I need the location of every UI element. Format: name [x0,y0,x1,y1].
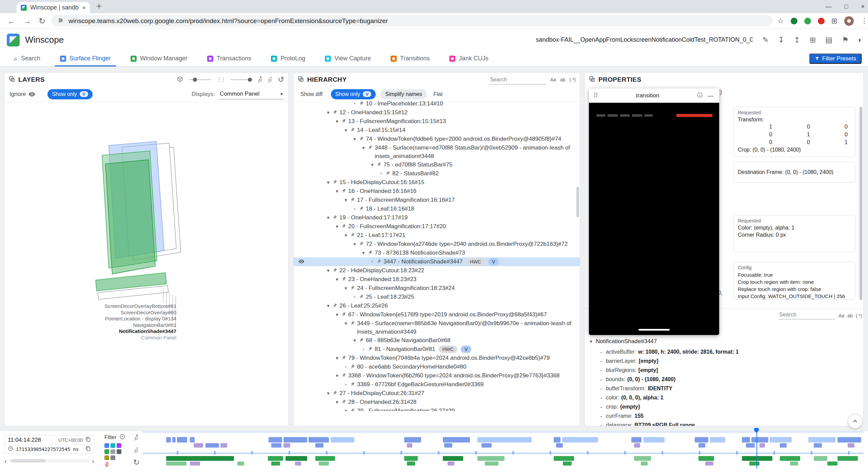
tree-row[interactable]: ▾14 - Leaf:15:15#14 [294,126,580,135]
timeline-segment[interactable] [481,443,492,448]
rotation-slider[interactable] [189,79,211,80]
window-maximize-button[interactable]: □ [845,3,848,10]
timeline-segment[interactable] [848,443,854,448]
pin-icon[interactable] [358,135,365,142]
tree-row[interactable]: ▾20 - FullscreenMagnification:17:17#20 [294,222,580,231]
property-row[interactable]: •currFrame:155 [600,412,861,421]
pin-icon[interactable] [358,293,365,300]
expand-arrow-icon[interactable]: ▾ [334,398,340,406]
tree-row[interactable]: ▾17 - FullscreenMagnification:16:16#17 [294,196,580,204]
pin-icon[interactable] [331,302,338,309]
expand-arrow-icon[interactable]: ▾ [325,301,332,310]
pin-icon[interactable] [358,337,365,344]
trace-type-icon[interactable] [104,455,109,460]
shortcuts-icon[interactable]: ⊞ [810,36,816,44]
tree-row[interactable]: ▾3449 - Surface(name=885b63e NavigationB… [294,319,580,336]
timeline-segment[interactable] [237,461,244,466]
displays-dropdown[interactable]: Common Panel ▾ [219,89,283,99]
timeline-segment[interactable] [205,443,219,448]
tree-row[interactable]: ▾29 - FullscreenMagnification:26:27#29 [294,407,580,411]
timeline-segment[interactable] [404,456,418,461]
timeline-segment[interactable] [770,437,792,442]
extension-icon-2[interactable] [804,18,811,24]
properties-scrollbar[interactable] [860,107,862,300]
timeline-segment[interactable] [746,443,755,448]
timeline-segment[interactable] [319,461,329,466]
documentation-icon[interactable]: ▤ [825,36,832,44]
expand-arrow-icon[interactable]: ▾ [325,389,332,397]
tab-close-icon[interactable]: × [82,4,86,12]
layer-label[interactable]: PointerLocation - display 0#134 [5,316,176,322]
tree-row[interactable]: ▾24 - FullscreenMagnification:18:23#24 [294,284,580,293]
timeline-segment[interactable] [331,437,354,442]
pin-icon[interactable] [331,214,338,221]
window-minimize-button[interactable]: — [826,3,832,10]
timeline-segment[interactable] [814,456,827,461]
pin-icon[interactable] [349,232,356,239]
edit-pencil-icon[interactable]: ✎ [762,36,768,44]
timeline-segment[interactable] [177,437,187,442]
info-icon[interactable] [697,92,703,99]
extension-icon-3[interactable] [818,18,825,24]
timeline-segment[interactable] [710,437,725,442]
property-row[interactable]: •barrierLayer:[empty] [600,357,861,366]
tree-row[interactable]: ▾15 - HideDisplayCutout:16:16#15 [294,178,580,187]
site-settings-icon[interactable] [58,17,64,25]
timeline-segment[interactable] [190,461,200,466]
tab-surface-flinger[interactable]: Surface Flinger [60,51,111,66]
back-icon[interactable]: ← [7,16,16,26]
timeline-segment[interactable] [780,443,787,448]
timeline-segment[interactable] [448,461,454,466]
timeline-segment[interactable] [808,437,835,442]
tree-row[interactable]: ▾3448 - Surface(name=ed70f88 StatusBar)/… [294,143,580,160]
layer-label[interactable]: Common Panel [5,335,176,341]
visibility-eye-icon[interactable] [298,258,304,267]
timeline-segment[interactable] [407,461,415,466]
timeline-segment[interactable] [269,437,282,442]
timeline-segment[interactable] [742,437,750,442]
timeline-segment[interactable] [477,456,505,461]
pin-icon[interactable] [349,320,356,327]
tab-jank-cujs[interactable]: Jank CUJs [449,51,488,66]
copy-icon[interactable] [85,446,91,453]
tab-window-manager[interactable]: Window Manager [131,51,188,66]
browser-tab[interactable]: Winscope | sandbox-FAI... × [17,2,90,13]
expand-arrow-icon[interactable]: ▾ [342,407,349,411]
expand-arrow-icon[interactable]: ▾ [351,240,358,248]
whole-word-icon[interactable]: ab [560,77,566,82]
timeline-segment[interactable] [315,456,335,461]
tree-row[interactable]: ▾73 - 8736138 NotificationShade#73 [294,249,580,257]
expand-arrow-icon[interactable]: ▾ [325,178,332,186]
pin-icon[interactable] [331,109,338,116]
pin-icon[interactable] [340,118,347,125]
expand-arrow-icon[interactable]: ▾ [325,266,332,275]
report-bug-icon[interactable]: ⚑ [842,36,849,44]
timeline-segment[interactable] [631,437,642,442]
timeline-segment[interactable] [315,443,323,448]
pin-icon[interactable] [340,188,347,195]
timeline-segment[interactable] [554,437,560,442]
timeline-segment[interactable] [554,456,574,461]
window-close-button[interactable]: × [861,3,865,10]
timeline-segment[interactable] [485,461,498,466]
pin-icon[interactable] [358,100,365,107]
timeline-cursor-handle[interactable] [754,428,759,431]
timeline-segment[interactable] [220,443,227,448]
expand-arrow-icon[interactable]: ▾ [351,135,358,143]
tree-row[interactable]: ▾72 - WindowToken{a2746de type=2040 andr… [294,240,580,249]
tree-row[interactable]: ▾13 - FullscreenMagnification:15:15#13 [294,117,580,126]
tree-row[interactable]: ▾75 - ed70f88 StatusBar#75 [294,160,580,169]
timeline-segment[interactable] [404,437,421,442]
show-only-v-toggle[interactable]: Show only V [47,89,93,99]
property-row[interactable]: •crop:{empty} [600,402,861,412]
reset-view-icon[interactable]: ↺ [278,75,284,84]
timeline-segment[interactable] [749,461,760,466]
show-only-v-toggle[interactable]: Show only V [331,89,376,99]
timeline-segment[interactable] [641,461,648,466]
expand-arrow-icon[interactable]: ▾ [334,275,340,283]
3d-cube-icon[interactable] [177,76,183,84]
pin-icon[interactable] [349,284,356,292]
scroll-right-icon[interactable]: › [92,457,94,465]
tree-row[interactable]: ●80 - ace6abb SecondaryHomeHandle0#80 [294,362,580,371]
zoom-out-icon[interactable]: ⌕− [268,75,272,84]
